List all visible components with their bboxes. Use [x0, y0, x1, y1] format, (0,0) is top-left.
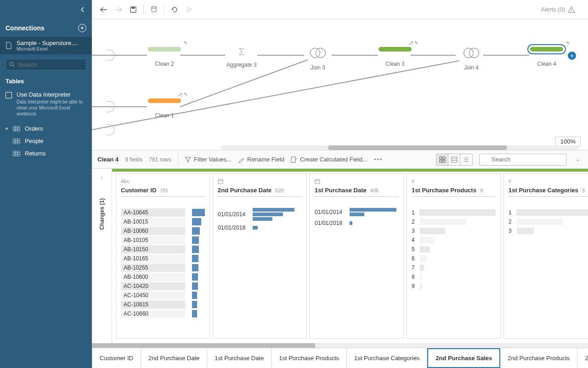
- back-button[interactable]: [97, 3, 110, 16]
- edit-icon: ✎: [184, 40, 187, 46]
- value-count: 781: [160, 188, 168, 193]
- rename-field-button[interactable]: Rename Field: [238, 156, 284, 163]
- value-row[interactable]: 2: [509, 217, 588, 226]
- filter-values-button[interactable]: Filter Values...: [185, 156, 232, 163]
- svg-rect-38: [443, 160, 445, 162]
- more-options-button[interactable]: •••: [374, 156, 383, 163]
- value-row[interactable]: 3: [509, 226, 588, 236]
- column-tab[interactable]: 2nd Purchase Categories: [577, 348, 588, 368]
- value-row[interactable]: AB-10150: [121, 245, 190, 254]
- table-item-people[interactable]: People: [0, 135, 92, 147]
- value-row[interactable]: 6: [412, 254, 496, 263]
- column-tab[interactable]: 1st Purchase Date: [207, 348, 271, 368]
- column-tab[interactable]: 2nd Purchase Products: [500, 348, 577, 368]
- value-row[interactable]: 01/01/2018: [218, 224, 302, 231]
- flow-node-input-1[interactable]: [92, 50, 129, 61]
- svg-line-6: [13, 65, 14, 67]
- column-tab[interactable]: 1st Purchase Categories: [347, 348, 427, 368]
- data-interpreter-option[interactable]: Use Data Interpreter Data Interpreter mi…: [0, 87, 92, 121]
- value-row[interactable]: 9: [412, 282, 496, 291]
- field-count: 9 fields: [125, 156, 142, 163]
- changes-panel[interactable]: › Changes (1): [92, 169, 112, 343]
- interpreter-checkbox[interactable]: [6, 92, 12, 98]
- tables-search-input[interactable]: [6, 59, 86, 70]
- add-connection-button[interactable]: +: [78, 24, 86, 32]
- top-toolbar: Alerts (0): [0, 0, 588, 19]
- column-tab[interactable]: 2nd Purchase Sales: [427, 348, 500, 368]
- value-row[interactable]: 4: [412, 236, 496, 245]
- flow-node-input-2[interactable]: [92, 101, 129, 112]
- collapse-sidebar-button[interactable]: [0, 0, 92, 19]
- flow-node-join-3[interactable]: Join 3: [300, 45, 336, 71]
- column-tab[interactable]: Customer ID: [92, 348, 141, 368]
- value-row[interactable]: 1: [412, 208, 496, 217]
- value-row[interactable]: 3: [412, 226, 496, 236]
- value-row[interactable]: AC-10450: [121, 291, 190, 300]
- value-row[interactable]: AB-10600: [121, 272, 190, 282]
- flow-node-clean-1[interactable]: ⎇✎ Clean 1: [146, 98, 183, 119]
- value-row[interactable]: 01/01/2014: [315, 208, 399, 216]
- value-row[interactable]: AB-10015: [121, 217, 190, 226]
- value-row[interactable]: AC-10660: [121, 309, 190, 318]
- connection-name: Sample - Superstore....: [17, 40, 81, 46]
- flow-node-clean-3[interactable]: ⎇✎ Clean 3: [377, 47, 413, 67]
- sigma-icon: Σ: [238, 46, 245, 58]
- value-count: 9: [480, 188, 483, 193]
- table-item-returns[interactable]: Returns: [0, 147, 92, 160]
- forward-button[interactable]: [112, 3, 125, 16]
- value-row[interactable]: 8: [412, 272, 496, 282]
- value-row[interactable]: 5: [412, 245, 496, 254]
- value-row[interactable]: AC-10615: [121, 300, 190, 309]
- flow-node-input-3[interactable]: [92, 124, 129, 135]
- add-step-button[interactable]: +: [568, 52, 576, 60]
- value-row[interactable]: AA-10645: [121, 208, 190, 217]
- profile-card[interactable]: 2nd Purchase Date52001/01/201401/01/2018: [213, 173, 307, 339]
- run-button[interactable]: [183, 3, 196, 16]
- profile-card[interactable]: #1st Purchase Products9123456789: [407, 173, 501, 339]
- value-row[interactable]: 01/01/2014: [218, 208, 302, 221]
- flow-node-clean-4[interactable]: ✎ Clean 4: [528, 47, 565, 67]
- profile-pane: › Changes (1) AbcCustomer ID781AA-10645A…: [92, 169, 588, 343]
- rename-icon: [238, 156, 244, 163]
- value-row[interactable]: 01/01/2018: [315, 220, 399, 226]
- database-button[interactable]: [147, 3, 160, 16]
- value-count: 3: [582, 188, 585, 193]
- value-row[interactable]: AB-10255: [121, 263, 190, 272]
- value-row[interactable]: AC-10420: [121, 282, 190, 291]
- alerts-indicator[interactable]: Alerts (0): [541, 6, 582, 13]
- expand-pane-button[interactable]: ⌄: [573, 156, 582, 162]
- profile-toolbar: Clean 4 9 fields 781 rows Filter Values.…: [92, 150, 588, 169]
- connection-item[interactable]: Sample - Superstore.... Microsoft Excel: [0, 37, 92, 54]
- profile-card[interactable]: 1st Purchase Date43601/01/201401/01/2018: [310, 173, 404, 339]
- flow-node-join-4[interactable]: Join 4: [453, 45, 490, 71]
- column-tab[interactable]: 2nd Purchase Date: [141, 348, 207, 368]
- profile-search-input[interactable]: [479, 154, 566, 166]
- join-icon: [310, 45, 326, 61]
- profile-scrollbar[interactable]: [92, 343, 588, 348]
- create-calculated-field-button[interactable]: Create Calculated Field...: [291, 156, 368, 163]
- field-name: 1st Purchase Categories: [509, 187, 578, 194]
- save-button[interactable]: [127, 3, 140, 16]
- value-row[interactable]: AB-10105: [121, 236, 190, 245]
- svg-line-33: [92, 61, 459, 130]
- flow-scrollbar[interactable]: [220, 145, 579, 150]
- zoom-level[interactable]: 100%: [555, 137, 581, 146]
- value-row[interactable]: 1: [509, 208, 588, 217]
- svg-rect-34: [291, 157, 295, 162]
- list-view-button[interactable]: [460, 154, 472, 165]
- profile-view-button[interactable]: [436, 154, 448, 165]
- value-row[interactable]: AB-10165: [121, 254, 190, 263]
- column-tab[interactable]: 1st Purchase Products: [271, 348, 347, 368]
- profile-card[interactable]: AbcCustomer ID781AA-10645AB-10015AB-1006…: [116, 173, 210, 339]
- refresh-button[interactable]: [168, 3, 181, 16]
- flow-node-aggregate-3[interactable]: Σ Aggregate 3: [223, 46, 260, 68]
- table-item-orders[interactable]: Orders: [0, 122, 92, 135]
- value-row[interactable]: 2: [412, 217, 496, 226]
- flow-node-clean-2[interactable]: ✎ Clean 2: [146, 47, 183, 67]
- svg-rect-49: [315, 179, 320, 184]
- value-row[interactable]: 7: [412, 263, 496, 272]
- flow-canvas[interactable]: ✎ Clean 2 Σ Aggregate 3 Join 3 ⎇✎ Clean …: [92, 19, 588, 150]
- summary-view-button[interactable]: [448, 154, 460, 165]
- value-row[interactable]: AB-10060: [121, 226, 190, 236]
- profile-card[interactable]: #1st Purchase Categories3123: [503, 173, 588, 339]
